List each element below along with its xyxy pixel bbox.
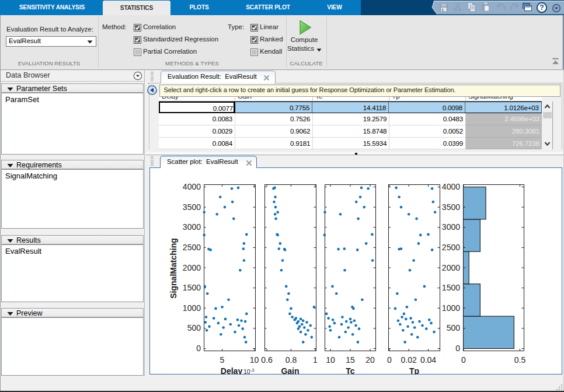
svg-text:3000: 3000 — [442, 222, 460, 232]
svg-text:2500: 2500 — [183, 243, 201, 252]
svg-text:0.6: 0.6 — [261, 355, 273, 365]
svg-text:2000: 2000 — [183, 263, 201, 272]
svg-text:10: 10 — [250, 355, 259, 365]
svg-text:1: 1 — [313, 355, 318, 365]
svg-text:20: 20 — [365, 355, 375, 365]
svg-text:15: 15 — [346, 355, 355, 365]
svg-text:Tp: Tp — [409, 366, 419, 375]
svg-text:0: 0 — [196, 344, 201, 353]
svg-text:0.02: 0.02 — [401, 355, 417, 365]
svg-text:1000: 1000 — [442, 303, 460, 313]
svg-text:500: 500 — [447, 323, 461, 332]
svg-text:0.5: 0.5 — [514, 355, 526, 365]
svg-text:2000: 2000 — [442, 263, 460, 272]
svg-text:1000: 1000 — [183, 303, 201, 313]
svg-text:4000: 4000 — [183, 182, 201, 191]
svg-text:1500: 1500 — [183, 283, 201, 292]
svg-text:0: 0 — [455, 344, 460, 353]
svg-text:5: 5 — [220, 355, 225, 365]
svg-text:1500: 1500 — [442, 283, 460, 292]
svg-text:SignalMatching: SignalMatching — [169, 238, 178, 298]
svg-text:3000: 3000 — [183, 222, 201, 232]
svg-text:Delay: Delay — [221, 366, 243, 375]
svg-text:500: 500 — [187, 323, 201, 332]
svg-text:2500: 2500 — [442, 243, 460, 252]
svg-text:?: ? — [539, 4, 544, 12]
svg-text:0: 0 — [461, 355, 466, 365]
svg-text:Gain: Gain — [281, 366, 299, 375]
svg-text:0.8: 0.8 — [286, 355, 297, 365]
svg-text:0.04: 0.04 — [420, 355, 436, 365]
svg-text:3500: 3500 — [183, 202, 201, 212]
svg-text:3500: 3500 — [442, 202, 460, 212]
svg-text:10: 10 — [326, 355, 335, 365]
svg-text:4000: 4000 — [442, 182, 460, 191]
svg-text:0: 0 — [387, 355, 392, 365]
svg-text:Tc: Tc — [346, 366, 355, 375]
